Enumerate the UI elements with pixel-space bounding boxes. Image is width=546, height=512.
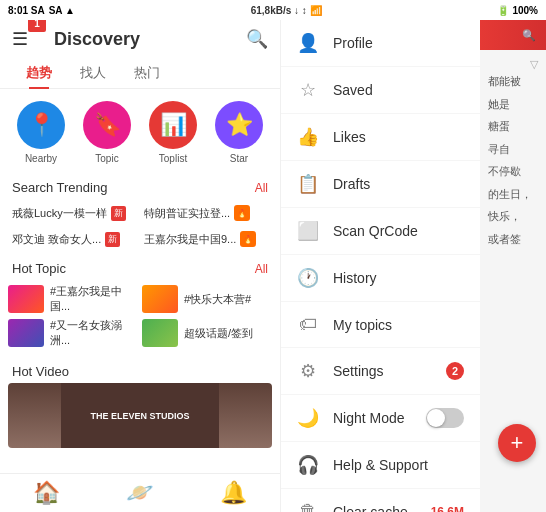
nav-notifications-icon[interactable]: 🔔 — [220, 480, 247, 506]
new-tag: 新 — [105, 232, 120, 247]
trending-item[interactable]: 邓文迪 致命女人... 新 — [8, 227, 140, 251]
hot-topic-item[interactable]: #快乐大本营# — [142, 284, 272, 314]
menu-label-help: Help & Support — [333, 457, 464, 473]
menu-item-scan-qrcode[interactable]: ⬜ Scan QrCode — [281, 208, 480, 255]
hot-video-thumb[interactable]: THE ELEVEN STUDIOS — [8, 383, 272, 448]
tab-hot[interactable]: 热门 — [120, 58, 174, 88]
discovery-title: Discovery — [54, 29, 140, 50]
menu-item-profile[interactable]: 👤 Profile — [281, 20, 480, 67]
tab-findpeople[interactable]: 找人 — [66, 58, 120, 88]
clear-cache-icon: 🗑 — [297, 501, 319, 512]
hot-topic-thumb — [142, 319, 178, 347]
hot-topic-text: #快乐大本营# — [184, 292, 251, 307]
menu-label-saved: Saved — [333, 82, 464, 98]
menu-item-help[interactable]: 🎧 Help & Support — [281, 442, 480, 489]
menu-label-clear-cache: Clear cache — [333, 504, 417, 513]
trending-item[interactable]: 王嘉尔我是中国9... 🔥 — [140, 227, 272, 251]
app-container: ☰ 1 Discovery 🔍 趋势 找人 热门 📍 Nearby 🔖 Topi… — [0, 20, 546, 512]
video-title: THE ELEVEN STUDIOS — [90, 411, 189, 421]
icon-nearby[interactable]: 📍 Nearby — [17, 101, 65, 164]
menu-item-night-mode[interactable]: 🌙 Night Mode — [281, 395, 480, 442]
hot-topic-item[interactable]: #王嘉尔我是中国... — [8, 284, 138, 314]
menu-label-my-topics: My topics — [333, 317, 464, 333]
right-panel: 🔍 ▽ 都能被 她是 糖蛋 寻自 不停歇 的生日， 快乐， 或者签 + — [480, 20, 546, 512]
settings-badge: 2 — [446, 362, 464, 380]
hot-topic-text: 超级话题/签到 — [184, 326, 253, 341]
menu-item-drafts[interactable]: 📋 Drafts — [281, 161, 480, 208]
hot-topic-section: Hot Topic All #王嘉尔我是中国... #快乐大本营# #又一名女孩… — [0, 253, 280, 356]
icon-grid: 📍 Nearby 🔖 Topic 📊 Toplist ⭐ Star — [0, 89, 280, 176]
right-text-7: 快乐， — [488, 208, 538, 225]
nav-discovery-icon[interactable]: 🪐 — [126, 480, 153, 506]
trending-text: 邓文迪 致命女人... — [12, 232, 101, 247]
hot-topic-thumb — [8, 285, 44, 313]
icon-topic[interactable]: 🔖 Topic — [83, 101, 131, 164]
new-tag: 新 — [111, 206, 126, 221]
night-mode-icon: 🌙 — [297, 407, 319, 429]
cache-size: 16,6M — [431, 505, 464, 513]
help-icon: 🎧 — [297, 454, 319, 476]
menu-item-likes[interactable]: 👍 Likes — [281, 114, 480, 161]
trending-text: 戒薇Lucky一模一样 — [12, 206, 107, 221]
status-bar-center: 61,8kB/s ↓ ↕ 📶 — [251, 5, 322, 16]
signal-icons: SA ▲ — [49, 5, 75, 16]
history-icon: 🕐 — [297, 267, 319, 289]
hot-topic-grid: #王嘉尔我是中国... #快乐大本营# #又一名女孩溺洲... 超级话题/签到 — [0, 280, 280, 352]
saved-icon: ☆ — [297, 79, 319, 101]
menu-item-saved[interactable]: ☆ Saved — [281, 67, 480, 114]
settings-icon: ⚙ — [297, 360, 319, 382]
nav-home-icon[interactable]: 🏠 — [33, 480, 60, 506]
right-text-4: 寻自 — [488, 141, 538, 158]
menu-item-clear-cache[interactable]: 🗑 Clear cache 16,6M — [281, 489, 480, 512]
hamburger-icon[interactable]: ☰ — [12, 28, 28, 50]
fab-button[interactable]: + — [498, 424, 536, 462]
right-text-5: 不停歇 — [488, 163, 538, 180]
menu-label-drafts: Drafts — [333, 176, 464, 192]
menu-item-settings[interactable]: ⚙ Settings 2 — [281, 348, 480, 395]
right-top-bar: 🔍 — [480, 20, 546, 50]
right-content: ▽ 都能被 她是 糖蛋 寻自 不停歇 的生日， 快乐， 或者签 — [480, 50, 546, 261]
hot-tag: 🔥 — [240, 231, 256, 247]
hot-topic-text: #王嘉尔我是中国... — [50, 284, 138, 314]
status-bar-left: 8:01 SA SA ▲ — [8, 5, 75, 16]
bottom-nav: 🏠 🪐 🔔 — [0, 473, 280, 512]
tab-trending[interactable]: 趋势 — [12, 58, 66, 88]
menu-panel: 👤 Profile ☆ Saved 👍 Likes 📋 Drafts ⬜ Sca… — [280, 20, 480, 512]
menu-item-history[interactable]: 🕐 History — [281, 255, 480, 302]
right-text-8: 或者签 — [488, 231, 538, 248]
toggle-knob — [427, 409, 445, 427]
search-icon[interactable]: 🔍 — [246, 28, 268, 50]
icon-toplist[interactable]: 📊 Toplist — [149, 101, 197, 164]
menu-item-my-topics[interactable]: 🏷 My topics — [281, 302, 480, 348]
trending-text: 特朗普证实拉登... — [144, 206, 230, 221]
hot-topic-item[interactable]: 超级话题/签到 — [142, 318, 272, 348]
trending-item[interactable]: 特朗普证实拉登... 🔥 — [140, 201, 272, 225]
hot-topic-text: #又一名女孩溺洲... — [50, 318, 138, 348]
menu-label-history: History — [333, 270, 464, 286]
search-trending-header: Search Trending All — [0, 176, 280, 199]
right-text-3: 糖蛋 — [488, 118, 538, 135]
hot-topic-item[interactable]: #又一名女孩溺洲... — [8, 318, 138, 348]
profile-icon: 👤 — [297, 32, 319, 54]
trending-grid: 戒薇Lucky一模一样 新 特朗普证实拉登... 🔥 邓文迪 致命女人... 新… — [0, 199, 280, 253]
status-bar-right: 🔋 100% — [497, 5, 538, 16]
menu-label-likes: Likes — [333, 129, 464, 145]
drafts-icon: 📋 — [297, 173, 319, 195]
night-mode-toggle[interactable] — [426, 408, 464, 428]
status-bar: 8:01 SA SA ▲ 61,8kB/s ↓ ↕ 📶 🔋 100% — [0, 0, 546, 20]
menu-label-profile: Profile — [333, 35, 464, 51]
time: 8:01 SA — [8, 5, 45, 16]
discovery-panel: ☰ 1 Discovery 🔍 趋势 找人 热门 📍 Nearby 🔖 Topi… — [0, 20, 280, 512]
icon-star[interactable]: ⭐ Star — [215, 101, 263, 164]
trending-item[interactable]: 戒薇Lucky一模一样 新 — [8, 201, 140, 225]
hot-video-section: Hot Video THE ELEVEN STUDIOS — [0, 356, 280, 452]
menu-label-night-mode: Night Mode — [333, 410, 412, 426]
my-topics-icon: 🏷 — [297, 314, 319, 335]
trending-text: 王嘉尔我是中国9... — [144, 232, 236, 247]
hot-topic-header: Hot Topic All — [0, 257, 280, 280]
discovery-header: ☰ 1 Discovery 🔍 — [0, 20, 280, 58]
hot-topic-thumb — [142, 285, 178, 313]
menu-label-scan-qrcode: Scan QrCode — [333, 223, 464, 239]
hot-topic-thumb — [8, 319, 44, 347]
right-top-search-icon[interactable]: 🔍 — [522, 29, 536, 42]
